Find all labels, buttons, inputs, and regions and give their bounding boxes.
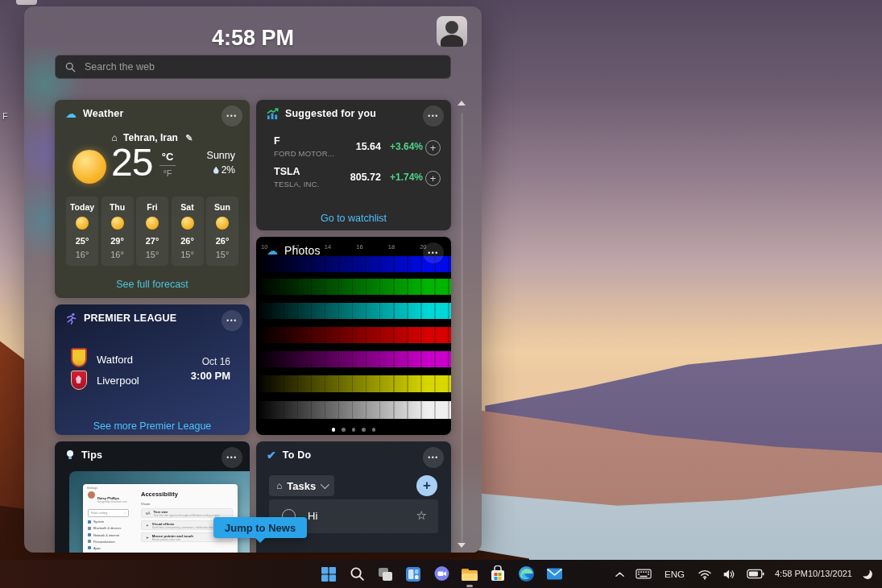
task-star-icon[interactable]: ☆ xyxy=(416,508,427,523)
celsius-toggle[interactable]: °C xyxy=(158,151,177,163)
scroll-up-arrow[interactable] xyxy=(458,101,466,106)
mini-sidebar-item: Bluetooth & devices xyxy=(88,526,129,530)
forecast-low: 16° xyxy=(66,250,98,259)
mail-button[interactable] xyxy=(545,565,564,584)
forecast-day-0[interactable]: Today 25° 16° xyxy=(66,197,98,266)
todo-more-options-icon[interactable] xyxy=(423,447,444,468)
mini-item-icon xyxy=(88,520,91,524)
stock-row-tesla[interactable]: TSLA TESLA, INC. 805.72 +1.74% + xyxy=(256,164,451,195)
avatar-head-silhouette xyxy=(445,21,458,34)
jump-to-news-button[interactable]: Jump to News xyxy=(213,517,307,538)
tray-clock[interactable]: 4:58 PM 10/13/2021 xyxy=(773,564,854,585)
stocks-more-options-icon[interactable] xyxy=(423,106,444,126)
user-avatar[interactable] xyxy=(437,16,467,47)
forecast-day-2[interactable]: Fri 27° 15° xyxy=(136,197,168,266)
mouse-pointer-icon: ➤ xyxy=(146,536,149,540)
tips-header: Tips xyxy=(55,441,250,469)
stock-change: +3.64% xyxy=(390,141,423,152)
tip-preview-image: Settings Daisy Phillipsdaisyphillips@out… xyxy=(69,471,250,553)
photos-title: Photos xyxy=(284,244,321,257)
task-view-button[interactable] xyxy=(375,565,395,584)
wifi-icon[interactable] xyxy=(696,564,714,585)
web-search-bar[interactable] xyxy=(55,55,451,79)
precipitation-value: 2% xyxy=(222,164,235,176)
edge-button[interactable] xyxy=(516,565,536,584)
unit-divider xyxy=(159,165,176,166)
avatar-body-silhouette xyxy=(441,35,463,47)
focus-assist-moon-icon[interactable] xyxy=(861,564,874,585)
pagination-dot[interactable] xyxy=(352,428,356,432)
desktop-icon-partial[interactable] xyxy=(16,0,37,5)
tips-more-options-icon[interactable] xyxy=(222,447,242,468)
task-list-selector[interactable]: ⌂ Tasks xyxy=(269,475,334,496)
store-icon xyxy=(490,565,506,582)
battery-icon[interactable] xyxy=(745,564,766,585)
mini-user-email: daisyphillips@outlook.com xyxy=(97,500,127,503)
stocks-widget[interactable]: Suggested for you F FORD MOTOR... 15.64 … xyxy=(256,100,451,230)
widgets-clock: 4:58 PM xyxy=(24,26,482,51)
widgets-icon xyxy=(405,566,421,582)
runner-icon xyxy=(65,313,77,325)
pagination-dot[interactable] xyxy=(332,428,336,432)
language-indicator[interactable]: ENG xyxy=(660,564,689,585)
volume-icon[interactable] xyxy=(721,564,738,585)
widgets-button[interactable] xyxy=(404,565,423,584)
start-button[interactable] xyxy=(319,565,338,584)
taskbar-center-icons xyxy=(319,560,564,588)
mini-search-icon: ⌕ xyxy=(124,511,126,515)
taskbar-search-button[interactable] xyxy=(347,565,366,584)
search-input[interactable] xyxy=(83,60,441,73)
weather-more-options-icon[interactable] xyxy=(222,106,242,126)
color-bar-cyan xyxy=(256,303,451,319)
photos-widget[interactable]: 10 12 14 16 18 20 22 24 26 28 ☁ Photos xyxy=(256,237,451,435)
forecast-high: 26° xyxy=(206,236,238,246)
weather-cloud-icon: ☁ xyxy=(65,108,77,119)
forecast-day-label: Sat xyxy=(172,202,204,212)
pagination-dot[interactable] xyxy=(342,428,346,432)
forecast-day-4[interactable]: Sun 26° 15° xyxy=(206,197,238,266)
chat-icon xyxy=(433,565,450,582)
search-icon xyxy=(65,62,76,72)
weather-widget[interactable]: ☁ Weather ⌂ Tehran, Iran ✎ 25 °C °F Sunn… xyxy=(55,100,250,298)
photos-more-options-icon[interactable] xyxy=(423,242,444,263)
current-temperature: 25 xyxy=(111,140,152,184)
add-task-button[interactable]: + xyxy=(416,475,437,496)
file-explorer-button[interactable] xyxy=(460,565,479,584)
sun-icon xyxy=(216,217,229,230)
pagination-dot[interactable] xyxy=(372,428,376,432)
mini-settings-sidebar: Daisy Phillipsdaisyphillips@outlook.com … xyxy=(83,484,133,553)
store-button[interactable] xyxy=(488,565,507,584)
forecast-day-1[interactable]: Thu 29° 16° xyxy=(101,197,134,266)
tray-chevron-up-icon[interactable] xyxy=(613,564,627,585)
stock-change: +1.74% xyxy=(390,172,423,183)
forecast-low: 15° xyxy=(136,250,168,259)
see-more-premier-league-link[interactable]: See more Premier League xyxy=(55,420,250,432)
liverpool-badge-icon xyxy=(71,371,87,390)
stock-name: FORD MOTOR... xyxy=(274,149,334,158)
tray-date: 10/13/2021 xyxy=(808,569,852,579)
scroll-down-arrow[interactable] xyxy=(458,543,466,548)
tray-time: 4:58 PM xyxy=(775,569,808,579)
chat-button[interactable] xyxy=(432,565,451,584)
add-to-watchlist-icon[interactable]: + xyxy=(425,171,441,186)
droplet-icon xyxy=(213,167,219,174)
desktop-screen: F 4:58 PM ☁ Weather ⌂ Tehr xyxy=(0,0,882,588)
tips-title: Tips xyxy=(81,449,102,461)
todo-title: To Do xyxy=(283,449,311,461)
touch-keyboard-icon[interactable] xyxy=(634,564,653,585)
edit-location-pencil-icon[interactable]: ✎ xyxy=(185,133,193,143)
mini-item-icon xyxy=(88,540,91,543)
forecast-day-3[interactable]: Sat 26° 15° xyxy=(172,197,204,266)
league-more-options-icon[interactable] xyxy=(222,310,242,331)
fahrenheit-toggle[interactable]: °F xyxy=(158,168,177,178)
see-full-forecast-link[interactable]: See full forecast xyxy=(55,279,250,290)
stock-row-ford[interactable]: F FORD MOTOR... 15.64 +3.64% + xyxy=(256,134,451,164)
go-to-watchlist-link[interactable]: Go to watchlist xyxy=(256,213,451,224)
add-to-watchlist-icon[interactable]: + xyxy=(425,140,441,155)
panel-scrollbar[interactable] xyxy=(461,113,463,543)
home-team-name: Watford xyxy=(97,354,133,366)
color-bar-red xyxy=(256,327,451,343)
pagination-dot[interactable] xyxy=(362,428,366,432)
premier-league-widget[interactable]: PREMIER LEAGUE Watford Liverpool Oct 16 … xyxy=(55,304,250,435)
mini-search-placeholder: Find a setting xyxy=(91,511,107,515)
